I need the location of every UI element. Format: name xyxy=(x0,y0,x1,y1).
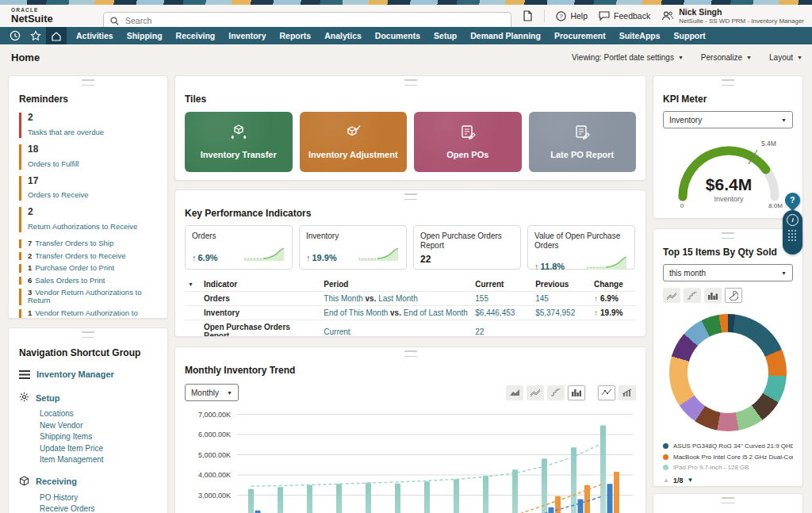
recent-records-button[interactable] xyxy=(5,27,25,44)
home-button[interactable] xyxy=(46,27,67,44)
inventory-trend-chart[interactable]: 7,000.00K6,000.00K5,000.00K4,000.00K3,00… xyxy=(185,406,638,513)
nav-item-setup[interactable]: Setup xyxy=(434,31,457,40)
drag-handle[interactable] xyxy=(722,79,734,86)
drag-handle[interactable] xyxy=(82,331,94,338)
chart-type-pie-button[interactable] xyxy=(725,288,742,303)
nav-item-documents[interactable]: Documents xyxy=(375,31,420,40)
drag-handle[interactable] xyxy=(722,497,734,503)
shortcut-link-shipping-items[interactable]: Shipping Items xyxy=(19,431,157,443)
nav-item-receiving[interactable]: Receiving xyxy=(176,31,216,40)
reminder-link[interactable]: Transfer Orders to Ship xyxy=(35,239,113,247)
shortcuts-button[interactable] xyxy=(25,27,46,44)
chart-type-column-line-button[interactable] xyxy=(619,385,636,400)
reminder-item[interactable]: 7Transfer Orders to Ship xyxy=(19,239,157,247)
reminder-item[interactable]: 1Purchase Order to Print xyxy=(19,264,157,272)
col-header-indicator[interactable]: Indicator xyxy=(201,278,320,292)
legend-item[interactable]: iPad Pro 9.7-inch - 128 GB xyxy=(663,462,793,473)
top-items-donut-chart[interactable] xyxy=(669,314,787,431)
reminder-link[interactable]: Sales Orders to Print xyxy=(35,276,105,285)
help-button[interactable]: ? Help xyxy=(556,11,588,21)
reminder-item[interactable]: 17 Orders to Receive xyxy=(19,176,157,201)
shortcut-group-header[interactable]: Receiving xyxy=(19,476,157,488)
nav-item-shipping[interactable]: Shipping xyxy=(127,31,163,40)
tile-late-po-report[interactable]: Late PO Report xyxy=(529,112,637,172)
drag-handle[interactable] xyxy=(404,350,417,357)
kpi-card-open-purchase-orders-report[interactable]: Open Purchase Orders Report 22 xyxy=(413,225,521,270)
nav-item-analytics[interactable]: Analytics xyxy=(324,31,362,40)
shortcut-group-header[interactable]: Setup xyxy=(19,392,157,404)
col-header-previous[interactable]: Previous xyxy=(532,278,591,292)
tile-open-pos[interactable]: Open POs xyxy=(414,112,522,172)
top-items-period-select[interactable]: this month▼ xyxy=(663,264,793,281)
chart-type-step-line-button[interactable] xyxy=(684,288,701,303)
kpi-card-value-of-open-purchase-orders[interactable]: Value of Open Purchase Orders ↑11.8% xyxy=(527,225,635,270)
inventory-manager-menu[interactable]: Inventory Manager xyxy=(19,369,157,379)
pager-up-icon[interactable]: ▲ xyxy=(663,477,669,484)
legend-item[interactable]: ASUS PG348Q RoG 34" Curved 21:9 QHD IP..… xyxy=(663,441,793,452)
reminder-link[interactable]: Tasks that are overdue xyxy=(28,128,104,136)
col-header-period[interactable]: Period xyxy=(320,278,472,292)
reminder-link[interactable]: Orders to Receive xyxy=(28,190,89,199)
shortcut-link-locations[interactable]: Locations xyxy=(19,408,157,420)
drag-handle[interactable] xyxy=(404,79,417,86)
kpi-meter-select[interactable]: Inventory▼ xyxy=(663,111,793,128)
tile-inventory-transfer[interactable]: Inventory Transfer xyxy=(185,112,293,172)
chart-type-column-button[interactable] xyxy=(568,385,585,400)
kpi-card-orders[interactable]: Orders ↑6.9% xyxy=(185,225,293,270)
reminder-item[interactable]: 2 Return Authorizations to Receive xyxy=(19,207,157,232)
feedback-button[interactable]: Feedback xyxy=(599,11,650,21)
assistant-widget[interactable]: i xyxy=(783,210,802,255)
nav-item-suiteapps[interactable]: SuiteApps xyxy=(619,31,661,40)
shortcut-link-update-item-price[interactable]: Update Item Price xyxy=(19,443,157,455)
drag-handle[interactable] xyxy=(404,193,417,200)
reminder-item[interactable]: 6Sales Orders to Print xyxy=(19,277,157,285)
legend-item[interactable]: MacBook Pro Intel Core i5 2 GHz Dual-Cor… xyxy=(663,452,793,463)
shortcut-link-receive-orders[interactable]: Receive Orders xyxy=(19,503,157,513)
chart-type-area-button[interactable] xyxy=(506,385,523,400)
netsuite-logo[interactable]: ORACLE NetSuite xyxy=(11,8,53,25)
shortcut-link-new-vendor[interactable]: New Vendor xyxy=(19,420,157,432)
chart-type-column-button[interactable] xyxy=(704,288,722,303)
drag-handle[interactable] xyxy=(722,232,734,239)
reminder-item[interactable]: 3Vendor Return Authorizations to Return xyxy=(19,289,157,305)
layout-dropdown[interactable]: Layout▼ xyxy=(769,53,802,62)
reminder-item[interactable]: 2 Tasks that are overdue xyxy=(19,113,157,138)
reminder-link[interactable]: Vendor Return Authorization to Refund xyxy=(28,308,138,319)
reminder-link[interactable]: Vendor Return Authorizations to Return xyxy=(28,288,141,304)
personalize-dropdown[interactable]: Personalize▼ xyxy=(701,53,752,62)
search-input[interactable] xyxy=(124,15,511,26)
reminder-link[interactable]: Purchase Order to Print xyxy=(35,263,114,272)
kpi-card-inventory[interactable]: Inventory ↑19.9% xyxy=(299,225,407,270)
chart-type-line-button[interactable] xyxy=(598,385,615,400)
reminder-link[interactable]: Transfer Orders to Receive xyxy=(35,251,125,260)
reminder-link[interactable]: Orders to Fulfill xyxy=(28,159,79,168)
tile-inventory-adjustment[interactable]: Inventory Adjustment xyxy=(300,112,408,172)
reminder-item[interactable]: 18 Orders to Fulfill xyxy=(19,144,157,170)
kpi-meter-panel: KPI Meter Inventory▼ 5.4M $6.4M Inventor… xyxy=(653,75,803,219)
pager-down-icon[interactable]: ▼ xyxy=(687,477,693,484)
col-header-current[interactable]: Current xyxy=(472,278,532,292)
col-header-change[interactable]: Change xyxy=(591,278,636,292)
user-menu[interactable]: Nick Singh NetSuite - SS WD PRM - Invent… xyxy=(661,7,804,25)
reminder-item[interactable]: 1Vendor Return Authorization to Refund xyxy=(19,309,157,319)
reminder-item[interactable]: 2Transfer Orders to Receive xyxy=(19,252,157,260)
trend-period-select[interactable]: Monthly▼ xyxy=(185,384,239,401)
nav-item-support[interactable]: Support xyxy=(674,31,706,40)
quick-add-button[interactable] xyxy=(523,10,533,21)
chart-type-line-button[interactable] xyxy=(663,288,680,303)
chart-type-step-line-button[interactable] xyxy=(547,385,565,400)
nav-item-procurement[interactable]: Procurement xyxy=(554,31,606,40)
reminders-panel: Reminders 2 Tasks that are overdue 18 Or… xyxy=(8,75,168,319)
nav-item-activities[interactable]: Activities xyxy=(76,31,113,40)
nav-item-reports[interactable]: Reports xyxy=(279,31,311,40)
nav-item-inventory[interactable]: Inventory xyxy=(228,31,266,40)
reminder-link[interactable]: Return Authorizations to Receive xyxy=(28,222,137,231)
drag-handle[interactable] xyxy=(82,79,94,86)
chevron-down-icon: ▼ xyxy=(227,390,232,396)
nav-item-demand-planning[interactable]: Demand Planning xyxy=(470,31,541,40)
portlet-date-settings-dropdown[interactable]: Viewing: Portlet date settings▼ xyxy=(572,53,684,62)
sort-caret-icon[interactable]: ▼ xyxy=(185,278,201,292)
chart-type-stacked-line-button[interactable] xyxy=(527,385,544,400)
shortcut-link-item-management[interactable]: Item Management xyxy=(19,454,157,466)
shortcut-link-po-history[interactable]: PO History xyxy=(19,492,157,504)
